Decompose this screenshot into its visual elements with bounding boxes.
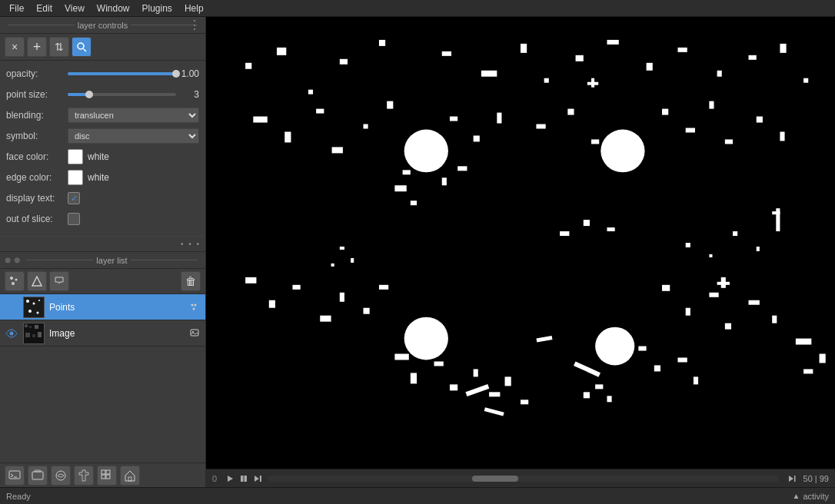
home-button[interactable] <box>120 466 140 486</box>
ndisplay-button[interactable] <box>51 466 71 486</box>
close-layer-button[interactable]: × <box>5 37 25 57</box>
grid-button[interactable] <box>97 466 117 486</box>
svg-rect-131 <box>241 476 244 482</box>
opacity-control: 1.00 <box>68 68 199 79</box>
panel-dots-icon: • • • <box>181 240 201 248</box>
screenshot-button[interactable] <box>28 466 48 486</box>
display-text-control <box>68 192 199 204</box>
search-button[interactable] <box>72 37 91 57</box>
svg-rect-95 <box>686 308 690 316</box>
labels-tool-icon <box>54 276 65 287</box>
menu-edit[interactable]: Edit <box>30 2 58 15</box>
svg-rect-77 <box>757 117 763 123</box>
blending-control: translucen additive opaque <box>68 108 199 123</box>
out-of-slice-row: out of slice: <box>6 211 199 227</box>
out-of-slice-checkbox[interactable] <box>68 213 80 225</box>
add-layer-button[interactable]: + <box>27 37 47 57</box>
layer-tool-labels[interactable] <box>49 271 69 291</box>
svg-rect-45 <box>481 71 497 77</box>
layer-tool-points[interactable] <box>5 271 25 291</box>
layer-controls-header: layer controls ⋮ <box>0 17 205 34</box>
duplicate-layer-button[interactable]: ⇅ <box>49 37 69 57</box>
svg-rect-40 <box>277 48 286 55</box>
image-thumbnail <box>23 323 45 344</box>
canvas-viewport[interactable] <box>206 17 835 469</box>
svg-rect-44 <box>442 51 451 56</box>
symbol-label: symbol: <box>6 131 68 141</box>
blending-select[interactable]: translucen additive opaque <box>68 108 199 123</box>
svg-rect-78 <box>780 131 784 141</box>
opacity-slider-thumb[interactable] <box>172 70 180 78</box>
statusbar: Ready ▲ activity <box>0 487 835 504</box>
svg-rect-72 <box>457 166 467 171</box>
svg-rect-50 <box>647 63 653 71</box>
svg-rect-99 <box>772 316 777 323</box>
frame-scrollbar-thumb[interactable] <box>472 476 518 482</box>
svg-marker-5 <box>32 277 42 286</box>
settings-button[interactable] <box>74 466 94 486</box>
svg-rect-94 <box>662 285 670 291</box>
edge-color-swatch[interactable] <box>68 170 83 185</box>
svg-rect-104 <box>465 384 489 396</box>
menu-view[interactable]: View <box>58 2 91 15</box>
layer-item-points[interactable]: Points <box>0 294 205 320</box>
end-button[interactable] <box>251 472 264 486</box>
svg-rect-96 <box>709 293 718 297</box>
svg-rect-91 <box>489 392 500 396</box>
layer-controls-panel: layer controls ⋮ × + ⇅ opacity: <box>0 17 205 252</box>
layer-tool-shapes[interactable] <box>27 271 47 291</box>
frame-scrollbar[interactable] <box>268 476 778 482</box>
menu-help[interactable]: Help <box>178 2 210 15</box>
svg-rect-108 <box>686 243 690 247</box>
panel-more-icon[interactable]: ⋮ <box>188 18 201 32</box>
svg-rect-46 <box>521 44 527 53</box>
image-layer-menu[interactable] <box>187 326 202 341</box>
svg-rect-129 <box>803 369 813 373</box>
svg-rect-97 <box>725 323 731 330</box>
opacity-slider-track[interactable] <box>68 72 176 75</box>
opacity-value: 1.00 <box>181 68 199 79</box>
points-layer-menu[interactable] <box>187 300 202 315</box>
console-button[interactable] <box>5 466 25 486</box>
symbol-row: symbol: disc square cross ring <box>6 128 199 144</box>
image-visibility-toggle[interactable] <box>3 325 20 342</box>
face-color-swatch[interactable] <box>68 149 83 164</box>
display-text-checkbox[interactable] <box>68 192 80 204</box>
layer-list-panel: ⊕ ⊕ layer list <box>0 252 205 463</box>
layer-list-icon-right: ⊕ <box>14 256 20 264</box>
stop-button[interactable] <box>237 472 251 486</box>
svg-rect-106 <box>536 336 552 342</box>
face-color-control: white <box>68 149 199 164</box>
svg-rect-119 <box>595 384 603 389</box>
svg-rect-51 <box>678 48 687 52</box>
svg-rect-90 <box>474 369 478 376</box>
svg-rect-113 <box>717 282 730 285</box>
layer-item-image[interactable]: Image <box>0 320 205 346</box>
svg-point-37 <box>404 317 448 360</box>
points-layer-icon <box>190 303 199 312</box>
svg-rect-58 <box>316 109 324 114</box>
menu-file[interactable]: File <box>3 2 30 15</box>
point-size-slider-thumb[interactable] <box>85 91 93 98</box>
layer-list-header-line <box>26 260 93 260</box>
play-button[interactable] <box>223 472 237 486</box>
svg-rect-79 <box>245 277 256 284</box>
menu-plugins[interactable]: Plugins <box>136 2 178 15</box>
symbol-select[interactable]: disc square cross ring <box>68 128 199 144</box>
points-visibility-toggle[interactable] <box>3 299 20 316</box>
svg-rect-128 <box>820 354 826 363</box>
svg-rect-62 <box>450 117 457 121</box>
svg-rect-21 <box>32 334 35 337</box>
svg-rect-30 <box>101 470 105 474</box>
edge-color-control: white <box>68 170 199 185</box>
point-size-slider-track[interactable] <box>68 93 176 96</box>
svg-rect-101 <box>654 365 660 371</box>
svg-rect-76 <box>725 139 733 144</box>
svg-point-0 <box>78 43 84 49</box>
home-icon <box>124 469 136 482</box>
frame-end-btn[interactable] <box>785 472 799 486</box>
delete-layer-button[interactable]: 🗑 <box>181 271 201 291</box>
opacity-row: opacity: 1.00 <box>6 65 199 82</box>
menu-window[interactable]: Window <box>91 2 136 15</box>
bottom-toolbar <box>0 463 205 487</box>
